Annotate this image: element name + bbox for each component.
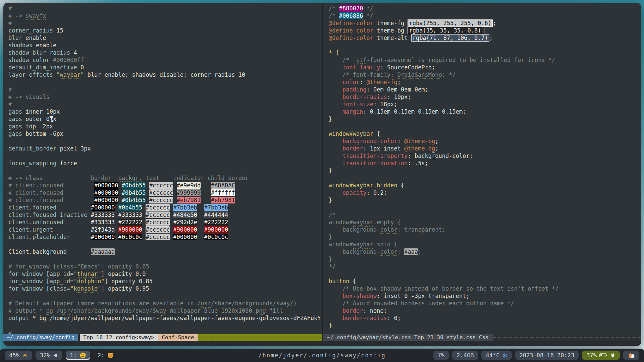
color-swatch: rgba(255, 255, 255, 0.6) [408,19,493,27]
code-text: ] [105,278,111,285]
code-text [67,248,91,255]
code-text: shadow_blur_radius [8,49,70,56]
code-text [197,219,204,226]
code-text: : 0; [387,315,401,321]
code-text: corner_radius [8,27,53,34]
code-text: [class= [43,285,70,292]
text-cursor: r [432,153,435,159]
code-text: client.urgent [8,226,53,233]
code-text: gaps [8,108,22,115]
code-text: border [342,307,363,314]
code-text: blur [8,35,22,41]
code-text: color [342,79,360,85]
code-line: button { [329,278,641,285]
battery-module: 37% [582,351,620,360]
code-line: } [329,115,641,123]
code-line: background-color: transparent; [329,226,641,233]
code-text: button [329,278,349,285]
color-swatch: #cccccc [149,189,173,196]
color-swatch: #333333 [91,219,115,226]
code-text [170,212,173,218]
code-text: bottom -6px [22,130,63,137]
code-text: #000000ff [50,57,84,63]
code-line: } [329,196,641,204]
code-text: inner 10px [22,108,60,115]
code-text: thunar [77,270,98,277]
idle-inhibitor-module[interactable] [623,351,639,360]
code-line: background-color: @theme-bg; [329,137,641,145]
code-text: window# [329,219,353,226]
code-line: } [329,255,641,263]
code-line: } [329,322,641,329]
code-text: opacity 0.95 [108,285,149,292]
code-line: window#waybar { [329,130,641,137]
code-text [201,189,211,196]
code-line: # client.focused #000000 #0b4b55 #cccccc… [8,182,322,189]
code-text: } [329,116,332,122]
code-text: theme-bg [373,27,408,34]
code-text: gaps [8,130,22,137]
code-text: font-size [342,101,373,108]
code-line [8,292,322,300]
code-line: corner_radius 15 [8,27,322,34]
code-text: # client.focused [8,197,63,203]
sway-config-buffer[interactable]: ## -> swayfx#corner_radius 15blur enable… [3,3,322,334]
code-text: text indicator child_border [142,175,249,181]
color-swatch: #900000 [173,226,197,233]
color-swatch: #0b4b55 [118,204,143,211]
code-text: } [329,256,332,262]
code-text: for_window [8,270,43,277]
code-text: { [397,182,404,189]
code-text [56,204,91,211]
code-line: gaps outer 0px [8,115,322,123]
code-line: shadow_blur_radius 4 [8,49,322,56]
code-line: gaps bottom -6px [8,130,322,137]
temperature-module: 44°C ❄ [481,351,512,360]
color-swatch: #ffffff [211,189,235,196]
code-text: /* [329,5,339,12]
code-text: ; [493,20,496,26]
text-cursor: p [50,116,53,122]
code-text: transition-duration [342,160,408,167]
battery-value: 37% [586,352,597,359]
clock-module: 2023-08-16 20:23 [515,351,579,360]
code-line [8,322,322,329]
code-text: transition-property [342,153,408,159]
waybar-style-buffer[interactable]: /* #880070 *//* #006886 */@define-color … [323,3,641,334]
code-text: # [8,101,12,108]
clock-value: 2023-08-16 20:23 [520,352,575,359]
code-text: : 0.15em 0.15em 0.15em 0.15em; [363,108,466,115]
waybar: 45% ☀ 32% 1: 2: [0,349,644,362]
code-text: color [380,248,397,255]
code-line: for_window [app_id="dolphin"] opacity 0.… [8,278,322,285]
code-line: padding: 0em 0em 0em 0em; [329,86,641,93]
code-text: @define-color [329,20,373,26]
code-text: shadows [8,42,33,49]
code-text: /* font-family: [329,71,397,78]
code-text: " [98,285,101,292]
code-text [118,189,122,196]
workspace-button-1[interactable]: 1: [66,351,90,360]
code-text [170,226,173,233]
brightness-module[interactable]: 45% ☀ [5,351,32,360]
code-text: # for_window [class="Emacs"] opacity 0.6… [8,263,149,270]
code-text [173,189,176,196]
volume-module[interactable]: 32% [36,351,63,360]
code-line: # output * bg /usr/share/backgrounds/swa… [8,307,322,314]
workspace-label: 2: [98,352,104,359]
code-line: box-shadow: inset 0 -3px transparent; [329,292,641,300]
workspace-button-2[interactable]: 2: [94,351,118,360]
code-text: .solo { [373,241,397,248]
code-text: backgr. [118,175,143,181]
modeline-fill [198,334,322,341]
code-line: /* font-family: DroidSansMono; */ [329,71,641,78]
code-text: */ [329,263,335,270]
code-line: for_window [class="konsole"] opacity 0.9… [8,285,322,292]
code-line: default_border pixel 3px [8,145,322,152]
code-text: : [360,79,366,85]
code-text: ; [397,79,401,85]
code-text: # [8,5,12,12]
code-line: # [8,101,322,108]
code-text: window#waybar.hidden [329,182,397,189]
code-text: bg [46,307,53,314]
